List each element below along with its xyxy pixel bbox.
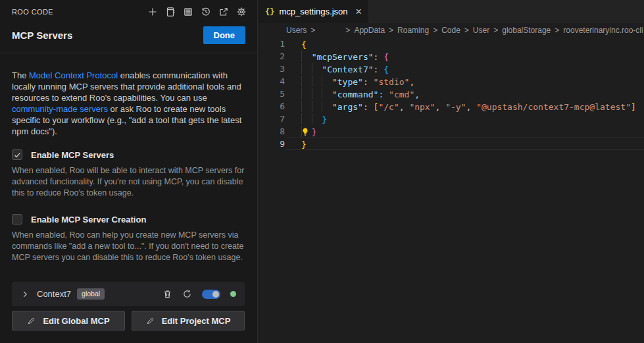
line-number: 3	[259, 63, 285, 75]
code-token: "cmd"	[389, 90, 414, 99]
breadcrumb-separator: >	[345, 26, 350, 35]
code-line[interactable]: 9}	[259, 138, 644, 150]
indent-guide	[301, 63, 302, 74]
line-content: "Context7": {	[285, 63, 644, 75]
code-editor[interactable]: 1{2 "mcpServers": {3 "Context7": {4 "typ…	[259, 38, 644, 150]
editor-group: {} mcp_settings.json × Users>>AppData>Ro…	[259, 0, 644, 343]
indent-guide	[301, 113, 302, 124]
code-token: "stdio"	[374, 77, 410, 87]
line-content: }	[285, 125, 644, 138]
edit-project-mcp-button[interactable]: Edit Project MCP	[132, 311, 245, 330]
json-file-icon: {}	[265, 7, 274, 16]
indent-guide	[312, 101, 312, 112]
edit-buttons-row: Edit Global MCP Edit Project MCP	[12, 311, 245, 330]
breadcrumb-segment[interactable]: Code	[441, 26, 460, 35]
code-token: ,	[466, 102, 477, 112]
code-line[interactable]: 3 "Context7": {	[259, 63, 644, 75]
line-number: 4	[259, 75, 285, 88]
lightbulb-icon[interactable]	[301, 127, 310, 136]
indent-guide	[322, 88, 322, 99]
breadcrumb-segment[interactable]: rooveterinaryinc.roo-cli	[563, 26, 643, 35]
server-status-dot	[230, 291, 236, 297]
code-line[interactable]: 7 }	[259, 113, 644, 125]
chevron-right-icon[interactable]	[20, 290, 30, 299]
code-token: ,	[435, 102, 446, 112]
code-token: ,	[414, 90, 420, 99]
code-token: :	[378, 90, 389, 99]
notebook-icon[interactable]	[165, 7, 176, 17]
plus-icon[interactable]	[147, 7, 158, 17]
pencil-icon	[27, 317, 36, 325]
code-line[interactable]: 4 "type": "stdio",	[259, 75, 644, 88]
edit-global-mcp-button[interactable]: Edit Global MCP	[12, 311, 125, 330]
editor-tab-bar: {} mcp_settings.json ×	[259, 0, 644, 23]
intro-paragraph: The Model Context Protocol enables commu…	[12, 70, 245, 137]
breadcrumb-segment[interactable]: AppData	[354, 26, 385, 35]
breadcrumb-segment[interactable]: Users	[286, 26, 307, 35]
server-actions	[162, 289, 236, 299]
edit-project-mcp-label: Edit Project MCP	[162, 316, 231, 326]
code-token: }	[312, 127, 317, 137]
indent-guide	[301, 88, 302, 99]
code-line[interactable]: 6 "args": ["/c", "npx", "-y", "@upstash/…	[259, 100, 644, 113]
code-token: }	[322, 115, 327, 124]
refresh-icon[interactable]	[182, 289, 192, 299]
code-token: "npx"	[409, 102, 435, 112]
breadcrumb-separator: >	[555, 26, 559, 35]
breadcrumb-separator: >	[464, 26, 469, 35]
breadcrumb-segment[interactable]: User	[473, 26, 489, 35]
close-tab-icon[interactable]: ×	[356, 7, 362, 17]
indent-guide	[312, 88, 312, 99]
enable-mcp-creation-row: Enable MCP Server Creation	[12, 214, 245, 224]
enable-mcp-servers-label: Enable MCP Servers	[31, 150, 114, 160]
model-context-protocol-link[interactable]: Model Context Protocol	[29, 70, 118, 80]
enable-mcp-servers-checkbox[interactable]	[12, 149, 22, 160]
line-number: 6	[259, 100, 285, 113]
indent-guide	[322, 76, 322, 87]
mcp-server-row-context7[interactable]: Context7 global	[12, 282, 245, 306]
code-token: :	[363, 102, 374, 112]
server-enabled-toggle[interactable]	[202, 290, 220, 299]
code-line[interactable]: 8 }	[259, 125, 644, 138]
code-token: "mcpServers"	[312, 52, 374, 62]
mcp-server-icon[interactable]	[183, 7, 193, 17]
enable-mcp-creation-label: Enable MCP Server Creation	[31, 215, 146, 224]
code-token: ]	[631, 102, 636, 112]
tab-title: mcp_settings.json	[279, 7, 347, 16]
page-title: MCP Servers	[12, 30, 72, 41]
open-external-icon[interactable]	[218, 7, 229, 17]
code-token	[301, 102, 332, 112]
enable-mcp-creation-checkbox[interactable]	[12, 214, 22, 224]
panel-title-row: MCP Servers Done	[0, 17, 257, 53]
code-line[interactable]: 5 "command": "cmd",	[259, 88, 644, 100]
enable-mcp-servers-row: Enable MCP Servers	[12, 149, 245, 160]
indent-guide	[322, 101, 322, 112]
code-token: ,	[409, 77, 414, 87]
code-token: ,	[399, 102, 410, 112]
tab-mcp-settings-json[interactable]: {} mcp_settings.json ×	[259, 0, 368, 23]
breadcrumb-separator: >	[310, 26, 315, 35]
breadcrumb-segment[interactable]: globalStorage	[502, 26, 551, 35]
code-line[interactable]: 2 "mcpServers": {	[259, 50, 644, 63]
community-made-servers-link[interactable]: community-made servers	[12, 104, 108, 114]
breadcrumb-segment[interactable]: Roaming	[397, 26, 429, 35]
server-scope-badge: global	[77, 288, 105, 300]
history-icon[interactable]	[201, 7, 211, 17]
line-number: 7	[259, 113, 285, 125]
line-content: "command": "cmd",	[285, 88, 644, 100]
edit-global-mcp-label: Edit Global MCP	[43, 316, 109, 326]
line-content: }	[285, 138, 644, 150]
code-line[interactable]: 1{	[259, 38, 644, 50]
roo-code-sidebar: ROO CODE MCP Servers Done The Model Cont…	[0, 0, 258, 343]
code-token: :	[374, 52, 384, 62]
code-token: "args"	[332, 102, 363, 112]
pencil-icon	[146, 317, 155, 325]
breadcrumb-separator: >	[389, 26, 393, 35]
done-button[interactable]: Done	[203, 26, 246, 44]
line-content: "type": "stdio",	[285, 75, 644, 88]
trash-icon[interactable]	[162, 289, 172, 299]
line-number: 8	[259, 125, 285, 138]
breadcrumb-separator: >	[433, 26, 437, 35]
gear-icon[interactable]	[236, 7, 247, 17]
indent-guide	[301, 76, 302, 87]
